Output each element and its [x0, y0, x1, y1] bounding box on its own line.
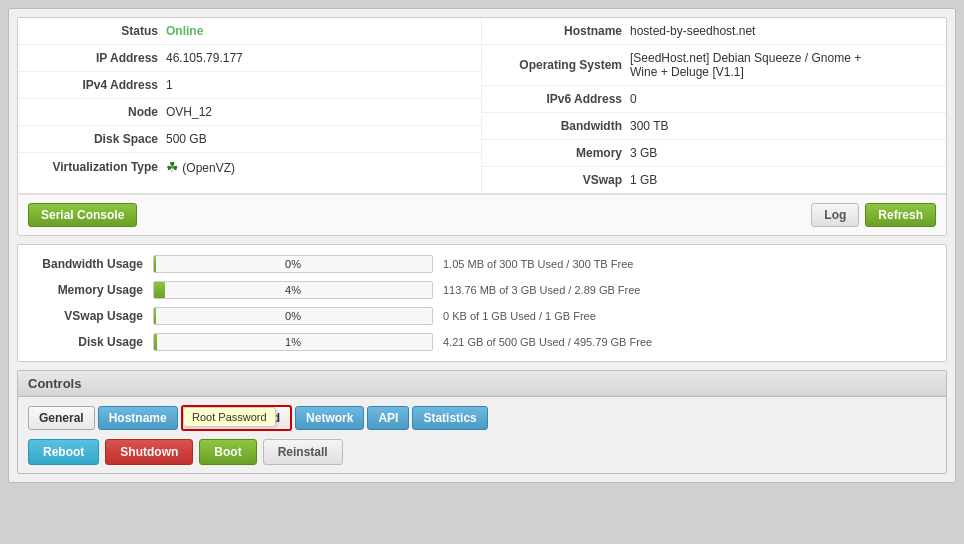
info-row-os: Operating System [SeedHost.net] Debian S… [482, 45, 946, 86]
bandwidth-value: 300 TB [630, 119, 668, 133]
info-row-disk: Disk Space 500 GB [18, 126, 481, 153]
disk-progress-bar: 1% [153, 333, 433, 351]
tabs-row: General Hostname Root Password Network A… [28, 405, 936, 431]
ipv6-value: 0 [630, 92, 637, 106]
vswap-usage-info: 0 KB of 1 GB Used / 1 GB Free [443, 310, 596, 322]
status-value: Online [166, 24, 203, 38]
usage-section: Bandwidth Usage 0% 1.05 MB of 300 TB Use… [17, 244, 947, 362]
right-buttons: Log Refresh [811, 203, 936, 227]
memory-progress-bar: 4% [153, 281, 433, 299]
ip-label: IP Address [28, 51, 158, 65]
ipv4-value: 1 [166, 78, 173, 92]
info-row-virt: Virtualization Type ☘ (OpenVZ) [18, 153, 481, 181]
bandwidth-usage-row: Bandwidth Usage 0% 1.05 MB of 300 TB Use… [33, 255, 931, 273]
disk-label: Disk Space [28, 132, 158, 146]
reinstall-button[interactable]: Reinstall [263, 439, 343, 465]
vswap-usage-row: VSwap Usage 0% 0 KB of 1 GB Used / 1 GB … [33, 307, 931, 325]
os-label: Operating System [492, 58, 622, 72]
memory-usage-label: Memory Usage [33, 283, 143, 297]
disk-usage-info: 4.21 GB of 500 GB Used / 495.79 GB Free [443, 336, 652, 348]
info-left-col: Status Online IP Address 46.105.79.177 I… [18, 18, 482, 193]
log-button[interactable]: Log [811, 203, 859, 227]
disk-percent: 1% [285, 336, 301, 348]
bandwidth-usage-label: Bandwidth Usage [33, 257, 143, 271]
ip-value: 46.105.79.177 [166, 51, 243, 65]
virt-label: Virtualization Type [28, 160, 158, 174]
info-row-ipv6: IPv6 Address 0 [482, 86, 946, 113]
ipv4-label: IPv4 Address [28, 78, 158, 92]
disk-value: 500 GB [166, 132, 207, 146]
boot-button[interactable]: Boot [199, 439, 256, 465]
disk-usage-label: Disk Usage [33, 335, 143, 349]
bandwidth-label: Bandwidth [492, 119, 622, 133]
tab-hostname[interactable]: Hostname [98, 406, 178, 430]
memory-percent: 4% [285, 284, 301, 296]
tab-statistics[interactable]: Statistics [412, 406, 487, 430]
vswap-percent: 0% [285, 310, 301, 322]
hostname-value: hosted-by-seedhost.net [630, 24, 755, 38]
refresh-button[interactable]: Refresh [865, 203, 936, 227]
tab-network[interactable]: Network [295, 406, 364, 430]
info-row-ipv4: IPv4 Address 1 [18, 72, 481, 99]
reboot-button[interactable]: Reboot [28, 439, 99, 465]
info-row-bandwidth: Bandwidth 300 TB [482, 113, 946, 140]
node-label: Node [28, 105, 158, 119]
buttons-row: Serial Console Log Refresh [18, 194, 946, 235]
memory-value: 3 GB [630, 146, 657, 160]
node-value: OVH_12 [166, 105, 212, 119]
info-row-node: Node OVH_12 [18, 99, 481, 126]
disk-bar-fill [154, 334, 157, 350]
memory-usage-info: 113.76 MB of 3 GB Used / 2.89 GB Free [443, 284, 641, 296]
info-row-memory: Memory 3 GB [482, 140, 946, 167]
info-right-col: Hostname hosted-by-seedhost.net Operatin… [482, 18, 946, 193]
controls-section: Controls General Hostname Root Password … [17, 370, 947, 474]
control-buttons: Root Password Reboot Shutdown Boot Reins… [28, 439, 936, 465]
vswap-bar-fill [154, 308, 156, 324]
memory-label: Memory [492, 146, 622, 160]
main-container: Status Online IP Address 46.105.79.177 I… [8, 8, 956, 483]
hostname-label: Hostname [492, 24, 622, 38]
vswap-usage-label: VSwap Usage [33, 309, 143, 323]
info-grid: Status Online IP Address 46.105.79.177 I… [18, 18, 946, 194]
ipv6-label: IPv6 Address [492, 92, 622, 106]
bandwidth-progress-bar: 0% [153, 255, 433, 273]
tab-api[interactable]: API [367, 406, 409, 430]
info-row-ip: IP Address 46.105.79.177 [18, 45, 481, 72]
bandwidth-percent: 0% [285, 258, 301, 270]
os-value: [SeedHost.net] Debian Squeeze / Gnome +W… [630, 51, 861, 79]
disk-usage-row: Disk Usage 1% 4.21 GB of 500 GB Used / 4… [33, 333, 931, 351]
vswap-value: 1 GB [630, 173, 657, 187]
bandwidth-usage-info: 1.05 MB of 300 TB Used / 300 TB Free [443, 258, 633, 270]
memory-bar-fill [154, 282, 165, 298]
serial-console-button[interactable]: Serial Console [28, 203, 137, 227]
shutdown-button[interactable]: Shutdown [105, 439, 193, 465]
controls-header: Controls [18, 371, 946, 397]
status-label: Status [28, 24, 158, 38]
virt-value: ☘ (OpenVZ) [166, 159, 235, 175]
openvz-icon: ☘ [166, 159, 179, 175]
controls-title: Controls [28, 376, 81, 391]
vswap-label: VSwap [492, 173, 622, 187]
vswap-progress-bar: 0% [153, 307, 433, 325]
root-password-tooltip: Root Password [183, 407, 276, 427]
info-row-vswap: VSwap 1 GB [482, 167, 946, 193]
controls-body: General Hostname Root Password Network A… [18, 397, 946, 473]
memory-usage-row: Memory Usage 4% 113.76 MB of 3 GB Used /… [33, 281, 931, 299]
info-section: Status Online IP Address 46.105.79.177 I… [17, 17, 947, 236]
info-row-hostname: Hostname hosted-by-seedhost.net [482, 18, 946, 45]
tab-general[interactable]: General [28, 406, 95, 430]
bandwidth-bar-fill [154, 256, 156, 272]
info-row-status: Status Online [18, 18, 481, 45]
